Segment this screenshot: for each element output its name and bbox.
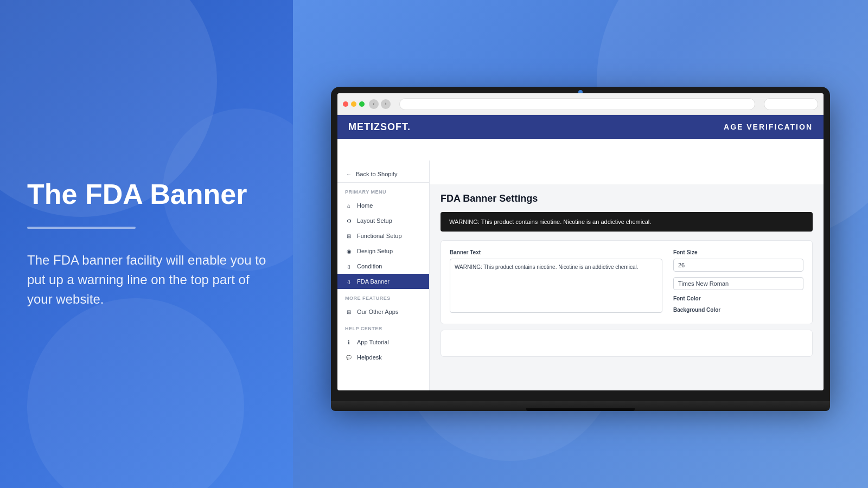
browser-chrome: ‹ › xyxy=(337,93,824,115)
home-icon xyxy=(345,202,353,209)
page-title: FDA Banner Settings xyxy=(441,193,813,204)
page-hero-title: The FDA Banner xyxy=(27,179,271,210)
font-color-field: Font Color xyxy=(673,296,803,301)
app-header-title: AGE VERIFICATION xyxy=(724,123,813,131)
layout-setup-icon xyxy=(345,217,353,224)
condition-icon xyxy=(345,262,353,270)
browser-nav: ‹ › xyxy=(369,99,391,109)
back-to-shopify[interactable]: ← Back to Shopify xyxy=(337,166,429,183)
sidebar-item-functional-setup[interactable]: Functional Setup xyxy=(337,228,429,243)
font-size-label: Font Size xyxy=(673,249,803,255)
help-center-label: HELP CENTER xyxy=(337,324,429,335)
sidebar-condition-label: Condition xyxy=(357,263,382,269)
left-panel: The FDA Banner The FDA banner facility w… xyxy=(0,0,304,488)
search-bar[interactable] xyxy=(764,98,818,110)
laptop-body: ‹ › METIZSOFT. AGE VERIFICATION xyxy=(331,87,830,401)
font-size-input[interactable] xyxy=(673,259,803,272)
title-divider xyxy=(27,227,136,229)
dot-green[interactable] xyxy=(359,101,365,107)
back-label: Back to Shopify xyxy=(356,171,397,177)
back-arrow[interactable]: ‹ xyxy=(369,99,379,109)
primary-menu-label: PRIMARY MENU xyxy=(337,187,429,198)
laptop: ‹ › METIZSOFT. AGE VERIFICATION xyxy=(331,87,830,423)
sidebar-item-home[interactable]: Home xyxy=(337,198,429,213)
more-features-label: MORE FEATURES xyxy=(337,293,429,304)
settings-card: Banner Text WARNING: This product contai… xyxy=(441,240,813,324)
sidebar-item-app-tutorial[interactable]: App Tutorial xyxy=(337,335,429,350)
functional-setup-icon xyxy=(345,232,353,240)
dot-red[interactable] xyxy=(343,101,348,107)
laptop-base xyxy=(331,401,830,411)
font-size-field: Font Size xyxy=(673,249,803,272)
other-apps-icon xyxy=(345,308,353,316)
font-settings-section: Font Size Font Color Bac xyxy=(673,249,803,315)
sidebar-home-label: Home xyxy=(357,202,373,209)
app-logo: METIZSOFT. xyxy=(348,121,411,133)
app-tutorial-icon xyxy=(345,338,353,346)
forward-arrow[interactable]: › xyxy=(381,99,391,109)
sidebar-functional-label: Functional Setup xyxy=(357,233,402,239)
fda-banner-icon xyxy=(345,278,353,285)
banner-text-section: Banner Text WARNING: This product contai… xyxy=(450,249,662,315)
url-bar[interactable] xyxy=(399,98,755,110)
hero-description: The FDA banner facility will enable you … xyxy=(27,251,271,309)
sidebar-item-fda-banner[interactable]: FDA Banner xyxy=(337,274,429,289)
sidebar-design-label: Design Setup xyxy=(357,248,393,254)
laptop-wrapper: ‹ › METIZSOFT. AGE VERIFICATION xyxy=(282,33,868,477)
sidebar-item-condition[interactable]: Condition xyxy=(337,259,429,274)
bottom-section xyxy=(441,330,813,357)
sidebar-tutorial-label: App Tutorial xyxy=(357,339,389,345)
helpdesk-icon xyxy=(345,354,353,361)
sidebar-other-apps-label: Our Other Apps xyxy=(357,309,398,315)
banner-text-input[interactable]: WARNING: This product contains nicotine.… xyxy=(450,259,662,313)
dot-yellow[interactable] xyxy=(351,101,356,107)
design-setup-icon xyxy=(345,247,353,255)
sidebar-helpdesk-label: Helpdesk xyxy=(357,354,382,361)
back-icon: ← xyxy=(345,170,353,178)
banner-text-label: Banner Text xyxy=(450,249,662,255)
laptop-screen: ‹ › METIZSOFT. AGE VERIFICATION xyxy=(337,93,824,390)
sidebar-item-design-setup[interactable]: Design Setup xyxy=(337,243,429,259)
font-color-label: Font Color xyxy=(673,296,803,301)
sidebar-layout-label: Layout Setup xyxy=(357,217,392,224)
sidebar-fda-label: FDA Banner xyxy=(357,278,390,285)
background-color-field: Background Color xyxy=(673,307,803,313)
sidebar-item-layout-setup[interactable]: Layout Setup xyxy=(337,213,429,228)
background-color-label: Background Color xyxy=(673,307,803,313)
browser-dots xyxy=(343,101,365,107)
font-family-input[interactable] xyxy=(673,277,803,290)
sidebar-item-other-apps[interactable]: Our Other Apps xyxy=(337,304,429,319)
sidebar: ← Back to Shopify PRIMARY MENU Home Layo… xyxy=(337,160,430,390)
warning-banner: WARNING: This product contains nicotine.… xyxy=(441,212,813,232)
sidebar-item-helpdesk[interactable]: Helpdesk xyxy=(337,350,429,365)
app-header: METIZSOFT. AGE VERIFICATION xyxy=(337,115,824,139)
font-family-field xyxy=(673,277,803,290)
main-content-area: FDA Banner Settings WARNING: This produc… xyxy=(430,184,824,390)
